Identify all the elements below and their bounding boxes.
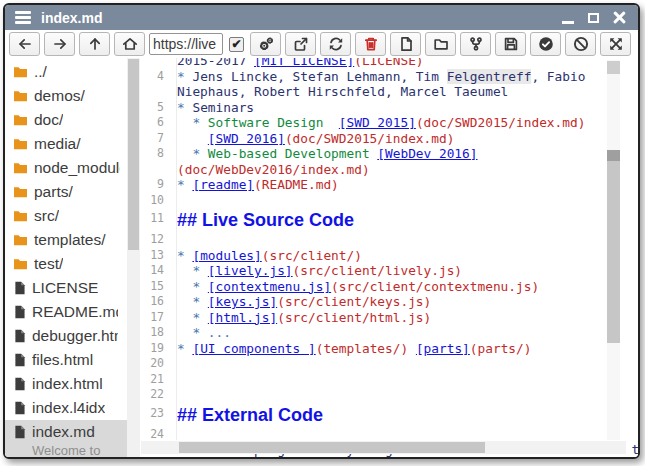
editor-horizontal-scrollbar[interactable]: [141, 441, 626, 454]
item-label: index.md: [32, 423, 95, 441]
code-text: [SWD 2016](doc/SWD2015/index.md): [170, 131, 454, 147]
code-line: 20: [140, 356, 638, 372]
titlebar[interactable]: index.md: [5, 5, 638, 30]
up-button[interactable]: [79, 32, 110, 56]
list-item[interactable]: files.html: [5, 348, 140, 372]
sidebar-file-index.md[interactable]: index.mdWelcome toLively 4: [5, 420, 140, 457]
code-line: 21: [140, 372, 638, 388]
dependencies-checkbox[interactable]: ✔: [229, 37, 244, 52]
markdown-editor[interactable]: 2015-2017 [MIT LICENSE](LICENSE)4* Jens …: [140, 58, 638, 457]
save-button[interactable]: [495, 32, 526, 56]
minimize-button[interactable]: [562, 21, 574, 24]
list-item[interactable]: ../: [5, 60, 140, 84]
code-line: 14 * [lively.js](src/client/lively.js): [140, 263, 638, 279]
list-item[interactable]: demos/: [5, 84, 140, 108]
line-number: 20: [140, 356, 170, 372]
sidebar-folder-src[interactable]: src/: [5, 204, 140, 228]
code-text: * Web-based Development [WebDev 2016]: [170, 146, 478, 162]
list-item[interactable]: LICENSE: [5, 276, 140, 300]
editor-horizontal-scrollbar-thumb[interactable]: [179, 442, 485, 453]
window-menu-button[interactable]: [15, 11, 31, 24]
list-item[interactable]: node_modules/: [5, 156, 140, 180]
markdown-link[interactable]: [lively.js]: [208, 263, 293, 278]
code-line: 6 * Software Design [SWD 2015](doc/SWD20…: [140, 115, 638, 131]
refresh-icon: [328, 36, 344, 52]
list-item[interactable]: debugger.html: [5, 324, 140, 348]
fullscreen-button[interactable]: [600, 32, 631, 56]
sidebar-folder-demos[interactable]: demos/: [5, 84, 140, 108]
code-text: * ...: [170, 325, 231, 341]
maximize-button[interactable]: [588, 13, 599, 23]
list-item[interactable]: src/: [5, 204, 140, 228]
list-item[interactable]: index.l4idx: [5, 396, 140, 420]
editor-vertical-scrollbar[interactable]: [607, 60, 620, 440]
open-external-button[interactable]: [285, 32, 316, 56]
line-number: 18: [140, 325, 170, 341]
list-item[interactable]: README.md: [5, 300, 140, 324]
list-item[interactable]: media/: [5, 132, 140, 156]
code-text: Niephaus, Robert Hirschfeld, Marcel Taeu…: [170, 84, 508, 100]
sidebar-folder-media[interactable]: media/: [5, 132, 140, 156]
version-control-button[interactable]: [460, 32, 491, 56]
code-segment: *: [177, 100, 192, 115]
new-folder-button[interactable]: [425, 32, 456, 56]
close-button[interactable]: [613, 11, 626, 24]
code-segment: (doc/SWD2015/index.md): [416, 115, 586, 130]
cancel-button[interactable]: [565, 32, 596, 56]
sidebar-folder-parts[interactable]: parts/: [5, 180, 140, 204]
file-solid-icon: [12, 328, 27, 344]
sidebar-scrollbar-thumb[interactable]: [128, 59, 139, 250]
markdown-link[interactable]: [keys.js]: [208, 294, 277, 309]
code-line: 12: [140, 232, 638, 248]
line-number: 10: [140, 193, 170, 209]
code-segment: *: [177, 341, 192, 356]
sidebar-folder-test[interactable]: test/: [5, 252, 140, 276]
url-input[interactable]: [149, 33, 223, 55]
markdown-link[interactable]: [readme]: [192, 177, 254, 192]
editor-vertical-scrollbar-thumb[interactable]: [607, 150, 620, 343]
item-label: demos/: [34, 87, 85, 105]
forward-button[interactable]: [44, 32, 75, 56]
list-item[interactable]: test/: [5, 252, 140, 276]
sidebar-folder-doc[interactable]: doc/: [5, 108, 140, 132]
markdown-link[interactable]: [WebDev 2016]: [377, 146, 477, 161]
trash-icon: [363, 36, 379, 52]
code-segment: (src/client/lively.js): [293, 263, 463, 278]
markdown-link[interactable]: [contextmenu.js]: [208, 279, 331, 294]
sidebar-folder-templates[interactable]: templates/: [5, 228, 140, 252]
markdown-link[interactable]: [UI components ]: [192, 341, 315, 356]
new-file-button[interactable]: [390, 32, 421, 56]
sidebar-file-debugger.html[interactable]: debugger.html: [5, 324, 140, 348]
sidebar-file-index.html[interactable]: index.html: [5, 372, 140, 396]
list-item[interactable]: index.html: [5, 372, 140, 396]
list-item[interactable]: templates/: [5, 228, 140, 252]
settings-button[interactable]: [250, 32, 281, 56]
sidebar-file-LICENSE[interactable]: LICENSE: [5, 276, 140, 300]
expand-icon: [608, 36, 624, 52]
file-list: ../demos/doc/media/node_modules/parts/sr…: [5, 58, 140, 457]
back-button[interactable]: [9, 32, 40, 56]
code-line: 11## Live Source Code: [140, 208, 638, 232]
sidebar-file-index.l4idx[interactable]: index.l4idx: [5, 396, 140, 420]
code-segment: *: [177, 248, 192, 263]
markdown-link[interactable]: [modules]: [192, 248, 261, 263]
sidebar-folder-nodemodules[interactable]: node_modules/: [5, 156, 140, 180]
reload-button[interactable]: [320, 32, 351, 56]
sidebar-file-files.html[interactable]: files.html: [5, 348, 140, 372]
markdown-link[interactable]: [SWD 2015]: [339, 115, 416, 130]
list-item[interactable]: doc/: [5, 108, 140, 132]
markdown-link[interactable]: [html.js]: [208, 310, 277, 325]
sidebar-file-README.md[interactable]: README.md: [5, 300, 140, 324]
delete-button[interactable]: [355, 32, 386, 56]
list-item[interactable]: parts/: [5, 180, 140, 204]
sidebar-folder-..[interactable]: ../: [5, 60, 140, 84]
markdown-link[interactable]: [MIT LICENSE]: [254, 58, 354, 68]
accept-button[interactable]: [530, 32, 561, 56]
code-segment: *: [177, 115, 208, 130]
markdown-link[interactable]: [parts]: [416, 341, 470, 356]
list-item[interactable]: index.md: [5, 420, 140, 444]
sidebar-scrollbar[interactable]: [127, 58, 140, 457]
scrollbar-top-marker[interactable]: [607, 61, 620, 74]
markdown-link[interactable]: [SWD 2016]: [208, 131, 285, 146]
home-button[interactable]: [114, 32, 145, 56]
